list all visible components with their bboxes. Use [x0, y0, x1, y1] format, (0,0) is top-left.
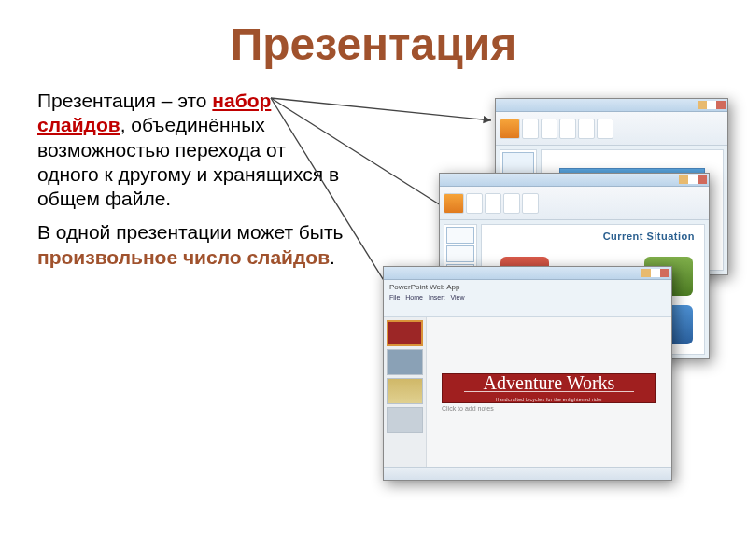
p1-pre: Презентация – это	[37, 90, 212, 111]
win3-toolbar: PowerPoint Web App FileHomeInsertView	[384, 280, 671, 317]
win3-titlebar	[384, 267, 671, 280]
thumb-1	[387, 320, 423, 346]
text-column: Презентация – это набор слайдов, объедин…	[37, 89, 355, 518]
win2-titlebar	[440, 174, 709, 187]
win1-ribbon	[496, 112, 727, 146]
p2-highlight: произвольное число слайдов	[37, 246, 330, 268]
p2-pre: В одной презентации может быть	[37, 221, 344, 243]
visual-column: Current Situation PowerPoint Web App Fil…	[355, 89, 710, 518]
win3-editor: Adventure Works Handcrafted bicycles for…	[427, 317, 671, 467]
ribbon-file-button	[444, 193, 464, 214]
thumb-2	[387, 349, 423, 375]
win3-slide: Adventure Works Handcrafted bicycles for…	[442, 373, 656, 403]
paragraph-1: Презентация – это набор слайдов, объедин…	[37, 89, 345, 211]
thumb-3	[387, 378, 423, 404]
ribbon-button	[522, 193, 539, 214]
thumb-4	[387, 407, 423, 433]
win2-ribbon	[440, 187, 709, 220]
win3-statusbar	[384, 467, 671, 480]
ribbon-button	[597, 119, 613, 139]
ribbon-button	[485, 193, 501, 214]
win3-slide-subtitle: Handcrafted bicycles for the enlightened…	[496, 397, 602, 402]
win3-tabs: FileHomeInsertView	[389, 294, 666, 301]
ribbon-button	[466, 193, 483, 214]
paragraph-2: В одной презентации может быть произволь…	[37, 220, 345, 270]
win2-slide-title: Current Situation	[487, 231, 698, 242]
win1-titlebar	[496, 99, 727, 112]
win3-notes-placeholder: Click to add notes	[442, 405, 656, 412]
slide-title: Презентация	[0, 19, 747, 70]
win3-thumbnails	[384, 317, 427, 467]
win3-slide-title: Adventure Works	[484, 374, 615, 391]
ribbon-button	[503, 193, 520, 214]
p2-post: .	[330, 246, 335, 268]
screenshot-window-3: PowerPoint Web App FileHomeInsertView	[383, 266, 672, 481]
ribbon-file-button	[500, 119, 520, 139]
ribbon-button	[541, 119, 557, 139]
win3-toolbar-label: PowerPoint Web App	[389, 283, 666, 291]
ribbon-button	[559, 119, 576, 139]
ribbon-button	[522, 119, 539, 139]
content-area: Презентация – это набор слайдов, объедин…	[0, 89, 747, 518]
win3-body: Adventure Works Handcrafted bicycles for…	[384, 317, 671, 467]
ribbon-button	[578, 119, 595, 139]
